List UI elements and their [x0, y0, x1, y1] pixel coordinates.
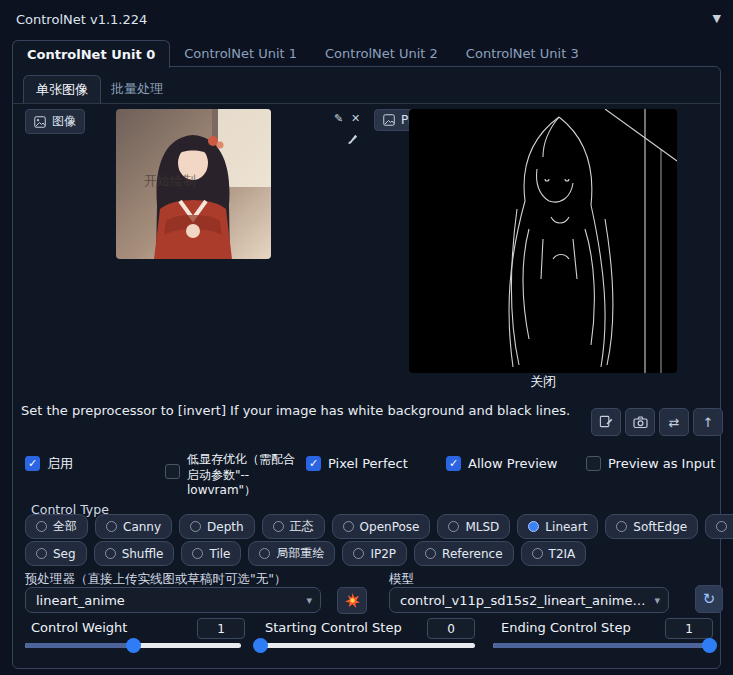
starting-step-slider[interactable] [259, 643, 475, 648]
control-type-option-inpaint[interactable]: 局部重绘 [248, 541, 335, 566]
chevron-down-icon: ▾ [306, 594, 312, 607]
preprocessor-label: 预处理器（直接上传实线图或草稿时可选"无"） [25, 571, 287, 588]
brush-icon[interactable] [347, 133, 359, 145]
control-type-option-label: 全部 [53, 518, 77, 535]
image-label-chip: 图像 [25, 109, 85, 134]
control-type-option-label: 局部重绘 [276, 545, 324, 562]
model-label: 模型 [389, 571, 414, 588]
checkbox-checked-icon: ✓ [306, 456, 321, 471]
radio-icon [190, 521, 201, 532]
extension-title: ControlNet v1.1.224 [16, 12, 147, 27]
enable-checkbox[interactable]: ✓ 启用 [25, 456, 73, 472]
starting-step-slider-handle[interactable] [253, 638, 268, 653]
new-canvas-icon [599, 415, 613, 429]
checkbox-unchecked-icon: ✓ [165, 464, 180, 479]
control-type-option-label: IP2P [370, 547, 396, 561]
mirror-swap-button[interactable]: ⇄ [659, 408, 689, 436]
run-preprocessor-button[interactable] [337, 587, 367, 614]
pixel-perfect-checkbox[interactable]: ✓ Pixel Perfect [306, 456, 408, 472]
lineart-preview-content [409, 109, 677, 373]
source-image[interactable]: 开始绘制 [116, 109, 271, 259]
control-type-option-normal[interactable]: 正态 [262, 514, 325, 539]
control-type-option-lineart[interactable]: Lineart [517, 514, 598, 539]
radio-icon [616, 521, 627, 532]
control-type-option-shuffle[interactable]: Shuffle [94, 541, 175, 566]
preview-close-button[interactable]: 关闭 [409, 373, 677, 391]
control-type-option-openpose[interactable]: OpenPose [332, 514, 431, 539]
ending-step-input[interactable] [665, 618, 713, 639]
preview-icon [383, 114, 395, 126]
control-type-option-all[interactable]: 全部 [25, 514, 88, 539]
tab-controlnet-unit-1[interactable]: ControlNet Unit 1 [170, 40, 311, 68]
slider-fill [493, 643, 709, 648]
preprocessor-preview-image[interactable] [409, 109, 677, 373]
control-type-option-label: Lineart [545, 520, 587, 534]
tab-single-image[interactable]: 单张图像 [23, 75, 101, 103]
control-type-option-seg[interactable]: Seg [25, 541, 87, 566]
control-type-option-tile[interactable]: Tile [181, 541, 241, 566]
radio-icon [192, 548, 203, 559]
radio-icon [716, 521, 727, 532]
tab-controlnet-unit-3[interactable]: ControlNet Unit 3 [452, 40, 593, 68]
allow-preview-label: Allow Preview [468, 456, 557, 472]
starting-step-input[interactable] [427, 618, 475, 639]
control-type-option-label: Reference [442, 547, 502, 561]
control-type-option-t2ia[interactable]: T2IA [521, 541, 587, 566]
checkbox-checked-icon: ✓ [25, 456, 40, 471]
send-dimensions-button[interactable]: ↑ [693, 408, 723, 436]
edit-image-icon[interactable]: ✎ [334, 113, 343, 124]
camera-button[interactable] [625, 408, 655, 436]
tab-batch[interactable]: 批量处理 [99, 75, 175, 102]
model-dropdown[interactable]: control_v11p_sd15s2_lineart_anime [3825e… [389, 587, 669, 613]
control-type-option-canny[interactable]: Canny [95, 514, 172, 539]
mode-tab-strip: 单张图像 批量处理 [13, 75, 720, 104]
radio-icon [273, 521, 284, 532]
ending-step-slider-handle[interactable] [702, 638, 717, 653]
ending-step-label: Ending Control Step [501, 620, 631, 635]
radio-selected-icon [528, 521, 539, 532]
new-canvas-button[interactable] [591, 408, 621, 436]
control-type-option-reference[interactable]: Reference [414, 541, 513, 566]
camera-icon [633, 415, 648, 429]
control-type-row-1: 全部 Canny Depth 正态 OpenPose MLSD Lineart … [25, 514, 733, 539]
tab-controlnet-unit-0[interactable]: ControlNet Unit 0 [12, 40, 170, 68]
control-weight-slider-handle[interactable] [126, 638, 141, 653]
lowvram-checkbox[interactable]: ✓ 低显存优化（需配合启动参数"--lowvram"） [165, 452, 297, 499]
pixel-perfect-label: Pixel Perfect [328, 456, 408, 472]
control-type-option-label: Tile [209, 547, 230, 561]
control-type-option-scribble[interactable]: Scribble [705, 514, 733, 539]
collapse-arrow-icon[interactable]: ▼ [713, 12, 721, 25]
control-type-option-mlsd[interactable]: MLSD [437, 514, 510, 539]
preview-as-input-checkbox[interactable]: ✓ Preview as Input [586, 456, 715, 472]
radio-icon [343, 521, 354, 532]
control-weight-input[interactable] [197, 618, 245, 639]
control-type-option-ip2p[interactable]: IP2P [342, 541, 407, 566]
ending-step-slider[interactable] [493, 643, 709, 648]
control-type-option-label: Shuffle [122, 547, 164, 561]
refresh-icon: ↻ [703, 590, 716, 608]
control-type-option-softedge[interactable]: SoftEdge [605, 514, 698, 539]
preview-as-input-label: Preview as Input [608, 456, 715, 472]
allow-preview-checkbox[interactable]: ✓ Allow Preview [446, 456, 557, 472]
up-arrow-icon: ↑ [703, 415, 714, 430]
chevron-down-icon: ▾ [654, 594, 660, 607]
lowvram-label: 低显存优化（需配合启动参数"--lowvram"） [187, 452, 297, 499]
radio-icon [36, 521, 47, 532]
radio-icon [448, 521, 459, 532]
clear-image-icon[interactable]: ✕ [351, 113, 360, 124]
control-type-option-label: T2IA [549, 547, 576, 561]
starting-step-label: Starting Control Step [265, 620, 402, 635]
tab-controlnet-unit-2[interactable]: ControlNet Unit 2 [311, 40, 452, 68]
control-type-option-depth[interactable]: Depth [179, 514, 255, 539]
brush-icon-glyph [347, 133, 359, 145]
control-type-option-label: MLSD [465, 520, 499, 534]
preprocessor-dropdown[interactable]: lineart_anime ▾ [25, 587, 321, 613]
control-type-option-label: Depth [207, 520, 244, 534]
enable-label: 启用 [47, 456, 73, 472]
radio-icon [425, 548, 436, 559]
controlnet-extension-panel: ControlNet v1.1.224 ▼ ControlNet Unit 0 … [0, 0, 733, 675]
image-icon [34, 116, 46, 128]
refresh-models-button[interactable]: ↻ [695, 585, 723, 613]
control-type-option-label: 正态 [290, 518, 314, 535]
unit-tabbar: ControlNet Unit 0 ControlNet Unit 1 Cont… [12, 40, 593, 68]
